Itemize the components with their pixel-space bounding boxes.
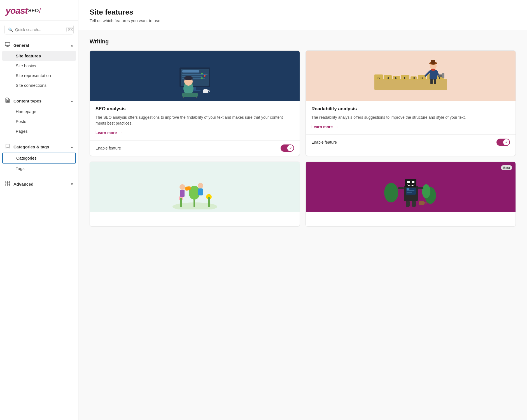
svg-rect-29 [182, 93, 198, 97]
seo-analysis-card: SEO analysis The SEO analysis offers sug… [90, 50, 300, 156]
svg-rect-32 [203, 89, 208, 93]
nav-section-categories-tags-header[interactable]: Categories & tags ▲ [0, 141, 78, 153]
svg-rect-85 [412, 201, 416, 207]
sidebar-item-site-representation[interactable]: Site representation [2, 71, 76, 80]
svg-rect-66 [180, 198, 182, 207]
content-types-section-label: Content types [13, 99, 41, 103]
sidebar-item-pages[interactable]: Pages [2, 126, 76, 136]
content-types-chevron-icon: ▲ [70, 99, 74, 103]
nav-section-advanced-left: Advanced [4, 181, 34, 188]
svg-point-77 [422, 184, 430, 198]
svg-line-31 [196, 97, 198, 98]
card-3 [90, 162, 300, 227]
page-header: Site features Tell us which features you… [78, 0, 527, 30]
search-box[interactable]: 🔍 ⌘K [4, 25, 74, 34]
search-input[interactable] [15, 27, 64, 32]
sidebar-item-tags[interactable]: Tags [2, 164, 76, 173]
sliders-icon [4, 181, 11, 188]
search-icon: 🔍 [8, 27, 13, 32]
nav-section-general-header[interactable]: General ▲ [0, 39, 78, 51]
logo-yoast-text: yoast [6, 6, 28, 16]
readability-analysis-desc: The readability analysis offers suggesti… [311, 115, 510, 120]
search-shortcut: ⌘K [66, 27, 74, 32]
nav-section-content-types: Content types ▲ Homepage Posts Pages [0, 95, 78, 136]
sidebar-item-site-features[interactable]: Site features [2, 51, 76, 61]
svg-rect-18 [182, 70, 199, 73]
svg-rect-80 [407, 181, 410, 183]
readability-analysis-card-body: Readability analysis The readability ana… [306, 101, 516, 134]
seo-analysis-title: SEO analysis [95, 106, 294, 112]
svg-rect-34 [374, 79, 447, 90]
sidebar-item-site-connections[interactable]: Site connections [2, 80, 76, 90]
svg-text:R: R [412, 76, 415, 80]
svg-rect-57 [430, 79, 433, 84]
svg-rect-84 [406, 201, 410, 207]
svg-line-30 [182, 97, 184, 98]
svg-rect-74 [198, 188, 203, 195]
svg-rect-54 [430, 70, 437, 80]
nav-section-content-types-header[interactable]: Content types ▲ [0, 95, 78, 107]
svg-rect-81 [412, 181, 414, 183]
sidebar-item-categories[interactable]: Categories [2, 153, 76, 164]
readability-analysis-image: S U P E R C A L [306, 51, 516, 101]
seo-analysis-toggle[interactable]: ✓ [281, 144, 294, 152]
svg-text:U: U [386, 76, 389, 80]
content-area: Writing [78, 30, 527, 241]
writing-section-heading: Writing [90, 38, 516, 45]
svg-point-75 [384, 183, 398, 202]
svg-rect-61 [442, 73, 444, 78]
readability-analysis-toggle[interactable]: ✓ [496, 139, 510, 146]
svg-rect-90 [407, 190, 414, 191]
categories-tags-section-label: Categories & tags [13, 144, 49, 149]
seo-analysis-footer: Enable feature ✓ [90, 140, 300, 156]
svg-rect-87 [424, 202, 426, 204]
nav-section-general: General ▲ Site features Site basics Site… [0, 39, 78, 90]
categories-tags-chevron-icon: ▲ [70, 145, 74, 149]
svg-text:P: P [395, 76, 397, 80]
svg-rect-83 [418, 187, 423, 189]
nav-section-advanced: Advanced ▼ [0, 178, 78, 190]
logo-area: yoast SEO / [0, 0, 78, 21]
seo-analysis-desc: The SEO analysis offers suggestions to i… [95, 115, 294, 126]
readability-analysis-toggle-knob: ✓ [503, 139, 509, 145]
page-title: Site features [90, 8, 516, 17]
readability-analysis-learn-more[interactable]: Learn more → [311, 125, 338, 129]
readability-analysis-enable-label: Enable feature [311, 140, 337, 144]
svg-point-24 [201, 77, 203, 79]
cards-grid: SEO analysis The SEO analysis offers sug… [90, 50, 516, 227]
logo-slash: / [39, 7, 41, 15]
sidebar-item-homepage[interactable]: Homepage [2, 107, 76, 116]
readability-analysis-title: Readability analysis [311, 106, 510, 112]
svg-rect-58 [434, 79, 436, 84]
svg-rect-91 [407, 192, 412, 193]
readability-analysis-footer: Enable feature ✓ [306, 134, 516, 150]
sidebar-item-posts[interactable]: Posts [2, 116, 76, 126]
svg-text:S: S [377, 76, 379, 80]
sidebar-item-site-basics[interactable]: Site basics [2, 61, 76, 71]
svg-point-59 [431, 69, 435, 71]
seo-analysis-learn-more[interactable]: Learn more → [95, 130, 122, 135]
logo: yoast SEO / [6, 6, 73, 16]
seo-analysis-image [90, 51, 300, 101]
card-3-image [90, 162, 300, 212]
seo-analysis-check-icon: ✓ [289, 146, 292, 150]
page-subtitle: Tell us which features you want to use. [90, 18, 516, 23]
card-4: Beta [306, 162, 516, 227]
nav-section-advanced-header[interactable]: Advanced ▼ [0, 178, 78, 190]
svg-rect-0 [5, 43, 10, 46]
card-4-image: Beta [306, 162, 516, 212]
general-section-label: General [13, 43, 29, 48]
readability-analysis-card: S U P E R C A L [306, 50, 516, 156]
advanced-section-label: Advanced [13, 182, 34, 186]
svg-text:C: C [420, 76, 423, 80]
svg-rect-53 [431, 60, 435, 64]
logo-seo-text: SEO [28, 8, 39, 14]
svg-rect-68 [208, 197, 210, 207]
seo-analysis-toggle-knob: ✓ [287, 145, 293, 151]
nav-section-content-types-left: Content types [4, 97, 41, 104]
card-3-body [90, 212, 300, 226]
svg-rect-72 [180, 190, 185, 197]
svg-rect-86 [419, 201, 424, 205]
svg-rect-89 [407, 188, 409, 190]
advanced-chevron-icon: ▼ [70, 182, 74, 186]
